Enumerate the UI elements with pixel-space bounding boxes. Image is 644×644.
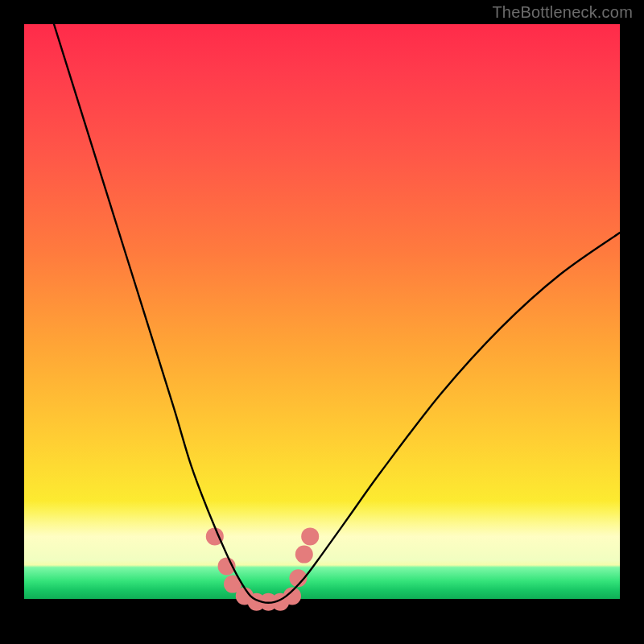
marker-cluster — [206, 527, 319, 610]
valley-marker — [301, 527, 319, 545]
watermark-text: TheBottleneck.com — [492, 3, 633, 22]
bottleneck-curve — [54, 24, 620, 603]
valley-marker — [295, 546, 313, 564]
plot-area — [24, 24, 620, 620]
chart-frame: TheBottleneck.com — [0, 0, 644, 644]
curve-layer — [24, 24, 620, 620]
